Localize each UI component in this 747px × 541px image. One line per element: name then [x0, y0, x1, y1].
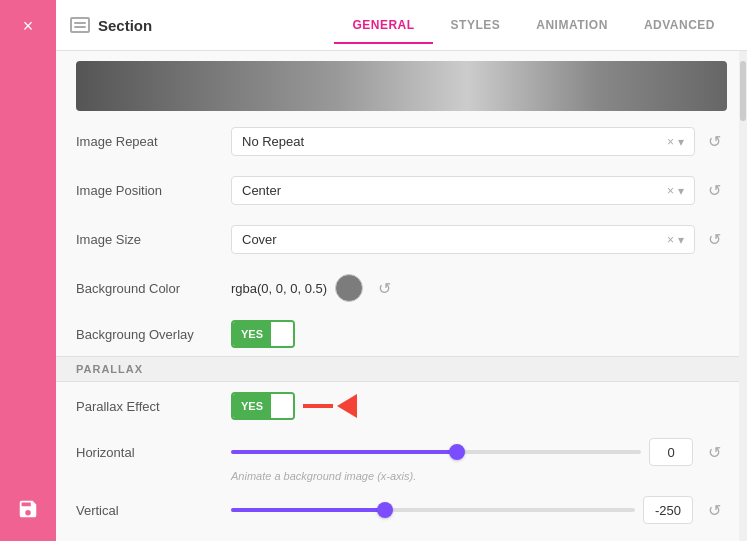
parallax-toggle-no-area [271, 394, 293, 418]
scrollbar-thumb[interactable] [740, 61, 746, 121]
tab-bar: GENERAL STYLES ANIMATION ADVANCED [334, 8, 733, 42]
select-actions: × ▾ [667, 135, 684, 149]
background-overlay-row: Backgroung Overlay YES [56, 312, 747, 356]
image-repeat-select[interactable]: No Repeat × ▾ [231, 127, 695, 156]
vertical-label: Vertical [76, 503, 231, 518]
top-bar: Section GENERAL STYLES ANIMATION ADVANCE… [56, 0, 747, 51]
select-chevron-size-icon[interactable]: ▾ [678, 233, 684, 247]
image-position-label: Image Position [76, 183, 231, 198]
form-body: Image Repeat No Repeat × ▾ ↺ Image Posit… [56, 111, 747, 541]
color-swatch[interactable] [335, 274, 363, 302]
vertical-value: -250 [655, 503, 681, 518]
image-size-control: Cover × ▾ ↺ [231, 225, 727, 254]
horizontal-reset-btn[interactable]: ↺ [701, 439, 727, 465]
horizontal-hint: Animate a background image (x-axis). [231, 470, 727, 482]
toggle-yes-label: YES [233, 322, 271, 346]
red-arrow-icon [337, 394, 357, 418]
tab-advanced[interactable]: ADVANCED [626, 8, 733, 42]
horizontal-value: 0 [667, 445, 674, 460]
background-overlay-toggle[interactable]: YES [231, 320, 295, 348]
parallax-effect-control: YES [231, 392, 357, 420]
horizontal-label: Horizontal [76, 445, 231, 460]
tab-animation[interactable]: ANIMATION [518, 8, 626, 42]
background-color-reset-btn[interactable]: ↺ [371, 275, 397, 301]
tab-general[interactable]: GENERAL [334, 8, 432, 42]
close-button[interactable]: × [17, 10, 40, 43]
panel-title: Section [98, 17, 334, 34]
image-position-row: Image Position Center × ▾ ↺ [56, 166, 747, 215]
select-clear-btn[interactable]: × [667, 135, 674, 149]
save-button[interactable] [17, 498, 39, 525]
vertical-value-box: -250 [643, 496, 693, 524]
section-icon [70, 17, 90, 33]
horizontal-slider-row: Horizontal 0 ↺ [76, 438, 727, 466]
image-size-label: Image Size [76, 232, 231, 247]
image-repeat-row: Image Repeat No Repeat × ▾ ↺ [56, 117, 747, 166]
image-position-control: Center × ▾ ↺ [231, 176, 727, 205]
select-clear-size-btn[interactable]: × [667, 233, 674, 247]
select-chevron-icon[interactable]: ▾ [678, 135, 684, 149]
background-color-row: Background Color rgba(0, 0, 0, 0.5) ↺ [56, 264, 747, 312]
image-position-reset-btn[interactable]: ↺ [701, 178, 727, 204]
select-actions-pos: × ▾ [667, 184, 684, 198]
vertical-slider-control: -250 ↺ [231, 496, 727, 524]
vertical-slider-fill [231, 508, 385, 512]
image-size-value: Cover [242, 232, 667, 247]
toggle-no-area [271, 322, 293, 346]
vertical-slider-track[interactable] [231, 508, 635, 512]
image-position-value: Center [242, 183, 667, 198]
horizontal-slider-control: 0 ↺ [231, 438, 727, 466]
image-repeat-value: No Repeat [242, 134, 667, 149]
select-actions-size: × ▾ [667, 233, 684, 247]
image-preview [76, 61, 727, 111]
parallax-section-header: PARALLAX [56, 356, 747, 382]
tab-styles[interactable]: STYLES [433, 8, 519, 42]
vertical-reset-btn[interactable]: ↺ [701, 497, 727, 523]
parallax-effect-row: Parallax Effect YES [56, 382, 747, 430]
image-repeat-label: Image Repeat [76, 134, 231, 149]
horizontal-slider-section: Horizontal 0 ↺ Animate a background imag… [56, 430, 747, 482]
horizontal-slider-fill [231, 450, 457, 454]
arrow-indicator [303, 394, 357, 418]
horizontal-slider-track[interactable] [231, 450, 641, 454]
image-repeat-reset-btn[interactable]: ↺ [701, 129, 727, 155]
image-position-select[interactable]: Center × ▾ [231, 176, 695, 205]
parallax-effect-label: Parallax Effect [76, 399, 231, 414]
background-color-value: rgba(0, 0, 0, 0.5) [231, 281, 327, 296]
image-size-select[interactable]: Cover × ▾ [231, 225, 695, 254]
background-color-control: rgba(0, 0, 0, 0.5) ↺ [231, 274, 397, 302]
horizontal-value-box: 0 [649, 438, 693, 466]
select-clear-pos-btn[interactable]: × [667, 184, 674, 198]
horizontal-slider-thumb[interactable] [449, 444, 465, 460]
parallax-effect-toggle[interactable]: YES [231, 392, 295, 420]
scrollbar-track [739, 51, 747, 541]
background-overlay-label: Backgroung Overlay [76, 327, 231, 342]
image-size-reset-btn[interactable]: ↺ [701, 227, 727, 253]
select-chevron-pos-icon[interactable]: ▾ [678, 184, 684, 198]
content-area: Image Repeat No Repeat × ▾ ↺ Image Posit… [56, 51, 747, 541]
background-color-label: Background Color [76, 281, 231, 296]
image-size-row: Image Size Cover × ▾ ↺ [56, 215, 747, 264]
image-repeat-control: No Repeat × ▾ ↺ [231, 127, 727, 156]
vertical-slider-row: Vertical -250 ↺ [56, 488, 747, 532]
main-panel: Section GENERAL STYLES ANIMATION ADVANCE… [56, 0, 747, 541]
arrow-tail [303, 404, 333, 408]
vertical-slider-thumb[interactable] [377, 502, 393, 518]
sidebar: × [0, 0, 56, 541]
parallax-toggle-yes-label: YES [233, 394, 271, 418]
